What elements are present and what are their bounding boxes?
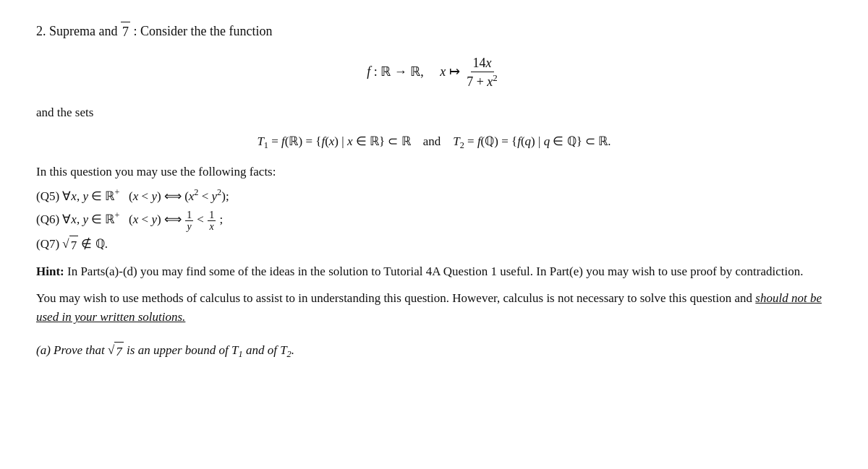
T1-label: T bbox=[257, 134, 263, 148]
T2-f: f bbox=[477, 134, 481, 148]
T2-equals: = bbox=[467, 134, 477, 148]
note-text: You may wish to use methods of calculus … bbox=[36, 291, 755, 305]
function-display: f : ℝ → ℝ, x ↦ 14x 7 + x2 bbox=[36, 56, 832, 90]
T2-Q: ℚ bbox=[485, 134, 494, 148]
q6-frac2-num: 1 bbox=[208, 210, 216, 221]
T1-R: ℝ bbox=[289, 134, 298, 148]
T1-sub: 1 bbox=[264, 140, 268, 150]
T2-sub: 2 bbox=[460, 140, 464, 150]
fact-Q5-text: (Q5) ∀x, y ∈ ℝ+ (x < y) ⟺ (x2 < y2); bbox=[36, 189, 229, 203]
hint-label: Hint: bbox=[36, 264, 64, 278]
T1-fx: f bbox=[321, 134, 325, 148]
title-rest: : Consider the the function bbox=[133, 24, 272, 38]
fact-Q6-text: (Q6) ∀x, y ∈ ℝ+ (x < y) ⟺ 1 y < 1 x ; bbox=[36, 212, 223, 226]
problem-number: 2. bbox=[36, 24, 46, 38]
sets-intro-line: and the sets bbox=[36, 103, 832, 122]
sets-definitions: T1 = f(ℝ) = {f(x) | x ∈ ℝ} ⊂ ℝ and T2 = … bbox=[36, 132, 832, 152]
function-name: f bbox=[367, 64, 370, 79]
T1-f: f bbox=[281, 134, 285, 148]
fraction-numerator: 14x bbox=[471, 56, 494, 72]
mapsto: ↦ bbox=[449, 64, 464, 79]
facts-intro: In this question you may use the followi… bbox=[36, 163, 832, 181]
function-fraction: 14x 7 + x2 bbox=[464, 56, 500, 90]
fact-Q6-line: (Q6) ∀x, y ∈ ℝ+ (x < y) ⟺ 1 y < 1 x ; bbox=[36, 210, 832, 233]
q6-frac1-num: 1 bbox=[185, 210, 193, 221]
sqrt7-content: 7 bbox=[121, 22, 130, 43]
map-var: x bbox=[440, 64, 446, 79]
and-connector: and bbox=[423, 134, 441, 148]
page-content: 2. Suprema and 7 : Consider the the func… bbox=[36, 22, 832, 362]
domain: ℝ bbox=[380, 64, 391, 79]
colon: : bbox=[374, 64, 381, 79]
facts-intro-text: In this question you may use the followi… bbox=[36, 165, 276, 178]
q6-frac2-den: x bbox=[208, 221, 216, 232]
part-a-text: (a) Prove that √7 is an upper bound of T… bbox=[36, 343, 294, 357]
fraction-denominator: 7 + x2 bbox=[464, 72, 500, 90]
sqrt7-header: 7 bbox=[121, 24, 134, 38]
q6-frac1-den: y bbox=[186, 221, 193, 232]
T1-equals: = bbox=[271, 134, 281, 148]
T2-label: T bbox=[453, 134, 459, 148]
q6-frac1: 1 y bbox=[185, 210, 193, 233]
codomain: ℝ, bbox=[410, 64, 424, 79]
sets-intro-text: and the sets bbox=[36, 106, 93, 119]
fact-Q7-line: (Q7) √7 ∉ ℚ. bbox=[36, 235, 832, 255]
T2-fq: f bbox=[517, 134, 521, 148]
hint-text: In Parts(a)-(d) you may find some of the… bbox=[67, 264, 803, 278]
problem-header: 2. Suprema and 7 : Consider the the func… bbox=[36, 22, 832, 43]
part-a: (a) Prove that √7 is an upper bound of T… bbox=[36, 341, 832, 361]
problem-title: Suprema and bbox=[49, 24, 121, 38]
fact-Q7-text: (Q7) √7 ∉ ℚ. bbox=[36, 237, 108, 251]
note-block: You may wish to use methods of calculus … bbox=[36, 289, 832, 327]
hint-block: Hint: In Parts(a)-(d) you may find some … bbox=[36, 262, 832, 281]
spacer bbox=[427, 64, 437, 79]
arrow: → bbox=[394, 64, 411, 79]
fact-Q5-line: (Q5) ∀x, y ∈ ℝ+ (x < y) ⟺ (x2 < y2); bbox=[36, 186, 832, 207]
q6-frac2: 1 x bbox=[208, 210, 216, 233]
